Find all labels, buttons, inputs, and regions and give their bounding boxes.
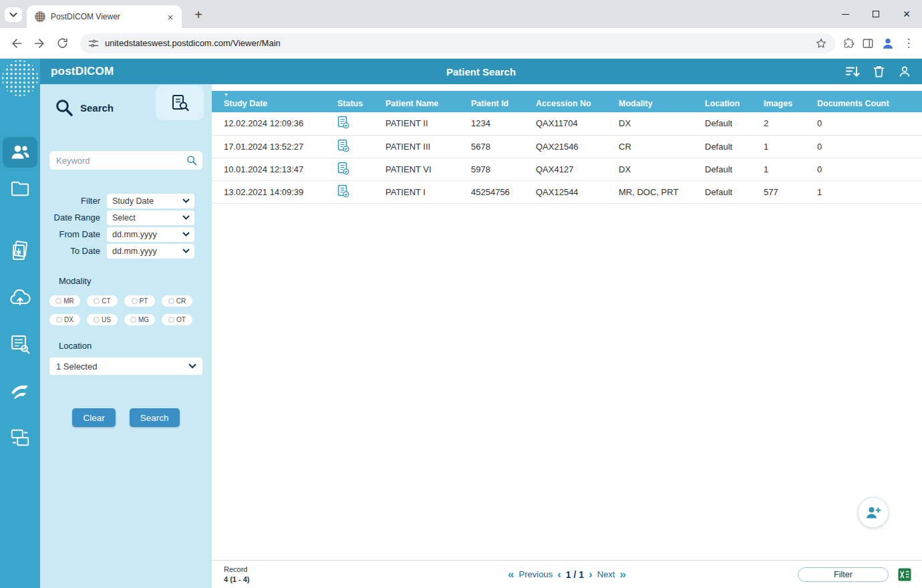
delete-button[interactable] xyxy=(873,65,885,78)
cell-patient-id: 1234 xyxy=(459,112,524,135)
filter-row-date-range: Date RangeSelect xyxy=(40,210,212,225)
tab-advanced-search[interactable] xyxy=(156,86,204,120)
search-button[interactable]: Search xyxy=(130,408,180,427)
cell-images: 1 xyxy=(752,158,805,180)
maximize-icon xyxy=(873,11,879,17)
next-arrow-icon[interactable]: › xyxy=(589,569,593,580)
site-info-icon[interactable] xyxy=(88,38,99,49)
extensions-icon[interactable] xyxy=(843,37,855,49)
tab-search-button[interactable] xyxy=(5,7,22,22)
status-report-icon[interactable] xyxy=(337,184,349,198)
modality-checkbox-ct[interactable]: CT xyxy=(87,295,118,307)
sidebar-item-transfer[interactable] xyxy=(3,422,37,453)
modality-checkbox-pt[interactable]: PT xyxy=(124,295,155,307)
table-scroll-area[interactable]: ▼Study DateStatusPatient NamePatient IdA… xyxy=(212,91,922,560)
keyword-input[interactable] xyxy=(49,151,202,170)
patient-row[interactable]: 10.01.2024 12:13:47PATIENT VI5978QAX4127… xyxy=(212,158,922,180)
trash-icon xyxy=(873,65,885,78)
cell-location: Default xyxy=(693,180,752,203)
modality-checkbox-us[interactable]: US xyxy=(87,314,118,325)
first-page-icon[interactable]: « xyxy=(508,569,514,580)
chevron-down-icon xyxy=(182,198,190,203)
account-button[interactable] xyxy=(898,65,911,78)
sidebar-item-folders[interactable] xyxy=(3,173,37,204)
patient-row[interactable]: 13.02.2021 14:09:39PATIENT I45254756QAX1… xyxy=(212,180,922,203)
cell-status xyxy=(325,112,373,135)
column-header-location[interactable]: Location xyxy=(693,91,752,112)
column-header-status[interactable]: Status xyxy=(325,91,373,112)
location-dropdown[interactable]: 1 Selected xyxy=(49,357,202,375)
sidebar-item-upload[interactable] xyxy=(3,282,37,313)
cell-modality: DX xyxy=(607,158,693,180)
window-maximize-button[interactable] xyxy=(861,0,891,28)
patient-row[interactable]: 12.02.2024 12:09:36PATIENT II1234QAX1170… xyxy=(212,112,922,135)
column-header-accession-no[interactable]: Accession No xyxy=(524,91,607,112)
patient-table-body: 12.02.2024 12:09:36PATIENT II1234QAX1170… xyxy=(212,112,922,203)
patient-table: ▼Study DateStatusPatient NamePatient IdA… xyxy=(212,91,922,204)
patients-group-icon xyxy=(9,142,31,162)
tab-basic-search[interactable]: Search xyxy=(55,98,114,117)
modality-checkbox-mg[interactable]: MG xyxy=(124,314,155,325)
modality-checkbox-mr[interactable]: MR xyxy=(49,295,80,307)
modality-checkbox-cr[interactable]: CR xyxy=(162,295,192,307)
export-excel-button[interactable] xyxy=(898,568,911,581)
cell-images: 1 xyxy=(752,135,805,158)
next-page-button[interactable]: Next xyxy=(597,569,615,579)
tab-close-icon[interactable]: × xyxy=(164,11,176,23)
browser-tab[interactable]: PostDICOM Viewer × xyxy=(27,5,182,28)
clear-button[interactable]: Clear xyxy=(72,408,115,427)
browser-menu-icon[interactable]: ⋮ xyxy=(902,36,915,50)
column-header-patient-id[interactable]: Patient Id xyxy=(459,91,524,112)
window-close-button[interactable]: × xyxy=(891,0,922,28)
column-header-patient-name[interactable]: Patient Name xyxy=(373,91,459,112)
from-date-dropdown[interactable]: dd.mm.yyyy xyxy=(107,227,194,242)
cell-study-date: 10.01.2024 12:13:47 xyxy=(212,158,325,180)
browser-toolbar: unitedstateswest.postdicom.com/Viewer/Ma… xyxy=(0,28,922,59)
side-panel-icon[interactable] xyxy=(862,37,874,49)
column-header-study-date[interactable]: ▼Study Date xyxy=(212,91,325,112)
status-report-icon[interactable] xyxy=(337,162,349,175)
keyword-search-icon[interactable] xyxy=(186,155,197,168)
window-minimize-button[interactable] xyxy=(830,0,861,28)
chevron-down-icon xyxy=(9,12,17,17)
sort-descending-icon: ▼ xyxy=(224,92,228,97)
sidebar-item-order-search[interactable] xyxy=(3,329,37,359)
column-header-modality[interactable]: Modality xyxy=(607,91,693,112)
add-patient-fab[interactable] xyxy=(858,497,889,528)
sidebar-item-share[interactable] xyxy=(3,376,37,406)
sort-button[interactable] xyxy=(845,65,860,78)
back-button[interactable] xyxy=(7,33,27,53)
sidebar-item-patient-search[interactable] xyxy=(3,137,37,168)
filter-dropdown[interactable]: Study Date xyxy=(107,194,194,208)
modality-checkbox-ot[interactable]: OT xyxy=(162,314,192,325)
sidebar-item-worklist[interactable] xyxy=(3,235,37,266)
patient-row[interactable]: 17.01.2024 13:52:27PATIENT III5678QAX215… xyxy=(212,135,922,158)
cell-modality: DX xyxy=(607,112,693,135)
from-date-value: dd.mm.yyyy xyxy=(112,230,157,239)
radio-circle-icon xyxy=(130,317,136,323)
profile-avatar[interactable] xyxy=(881,36,895,51)
previous-page-button[interactable]: Previous xyxy=(519,569,553,579)
to-date-label: To Date xyxy=(40,246,107,256)
status-report-icon[interactable] xyxy=(337,116,349,129)
app-header: postDICOM Patient Search xyxy=(40,59,922,84)
keyword-field-wrap xyxy=(49,151,202,170)
table-filter-button[interactable]: Filter xyxy=(798,567,889,582)
cell-patient-name: PATIENT I xyxy=(373,180,459,203)
previous-arrow-icon[interactable]: ‹ xyxy=(557,569,561,580)
modality-checkbox-dx[interactable]: DX xyxy=(49,314,80,325)
status-report-icon[interactable] xyxy=(337,139,349,152)
reload-button[interactable] xyxy=(52,33,72,53)
to-date-dropdown[interactable]: dd.mm.yyyy xyxy=(107,244,194,259)
last-page-icon[interactable]: » xyxy=(619,569,625,580)
date-range-dropdown[interactable]: Select xyxy=(107,210,194,225)
forward-button[interactable] xyxy=(29,33,49,53)
column-header-documents-count[interactable]: Documents Count xyxy=(805,91,922,112)
table-footer: Record 4 (1 - 4) « Previous ‹ 1 / 1 › Ne… xyxy=(212,560,922,588)
new-tab-button[interactable]: + xyxy=(190,6,207,23)
column-header-images[interactable]: Images xyxy=(752,91,805,112)
url-bar[interactable]: unitedstateswest.postdicom.com/Viewer/Ma… xyxy=(80,33,835,53)
bookmark-star-icon[interactable] xyxy=(815,37,827,49)
cell-accession-no: QAX12544 xyxy=(524,180,607,203)
radio-circle-icon xyxy=(168,317,174,323)
